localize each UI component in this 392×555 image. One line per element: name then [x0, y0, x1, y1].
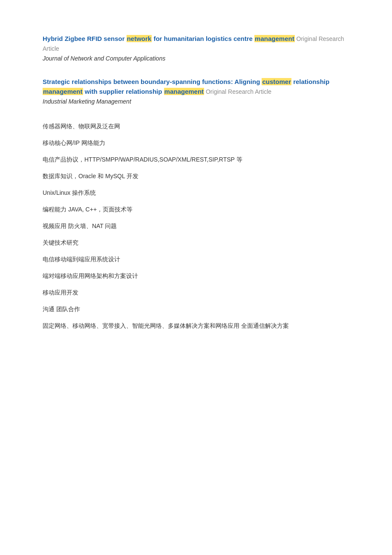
list-item-4: 数据库知识，Oracle 和 MySQL 开发 [43, 172, 349, 181]
list-item-1: 传感器网络、物联网及泛在网 [43, 122, 349, 131]
article-1-highlight-network: network [127, 35, 152, 42]
list-item-9: 电信移动端到端应用系统设计 [43, 255, 349, 264]
list-item-7: 视频应用 防火墙、NAT 问题 [43, 222, 349, 231]
article-1-title-text-1: Hybrid Zigbee RFID sensor [43, 35, 127, 42]
article-2-highlight-customer: customer [262, 78, 291, 85]
list-item-3: 电信产品协议，HTTP/SMPP/WAP/RADIUS,SOAP/XML/RES… [43, 155, 349, 164]
article-2-title-text-3: with supplier relationship [83, 88, 164, 95]
article-1-title: Hybrid Zigbee RFID sensor network for hu… [43, 34, 349, 53]
article-1-highlight-management: management [254, 35, 295, 42]
article-1-title-text-2: for humanitarian logistics centre [152, 35, 254, 42]
list-item-8: 关键技术研究 [43, 238, 349, 247]
list-item-2: 移动核心网/IP 网络能力 [43, 139, 349, 147]
article-2-highlight-management1: management [43, 88, 83, 95]
article-1: Hybrid Zigbee RFID sensor network for hu… [43, 34, 349, 62]
article-2-title-text-2: relationship [291, 78, 329, 85]
list-item-13: 固定网络、移动网络、宽带接入、智能光网络、多媒体解决方案和网络应用 全面通信解决… [43, 321, 349, 330]
article-2-title-text-1: Strategic relationships between boundary… [43, 78, 262, 85]
list-section: 传感器网络、物联网及泛在网 移动核心网/IP 网络能力 电信产品协议，HTTP/… [43, 122, 349, 330]
list-item-6: 编程能力 JAVA, C++，页面技术等 [43, 205, 349, 214]
list-item-11: 移动应用开发 [43, 288, 349, 297]
article-2: Strategic relationships between boundary… [43, 77, 349, 105]
article-2-type: Original Research Article [204, 88, 271, 95]
article-2-highlight-management2: management [164, 88, 205, 95]
article-2-journal: Industrial Marketing Management [43, 98, 349, 105]
article-1-journal: Journal of Network and Computer Applicat… [43, 55, 349, 62]
list-item-12: 沟通 团队合作 [43, 305, 349, 314]
list-item-5: Unix/Linux 操作系统 [43, 188, 349, 197]
article-2-title: Strategic relationships between boundary… [43, 77, 349, 96]
list-item-10: 端对端移动应用网络架构和方案设计 [43, 272, 349, 280]
